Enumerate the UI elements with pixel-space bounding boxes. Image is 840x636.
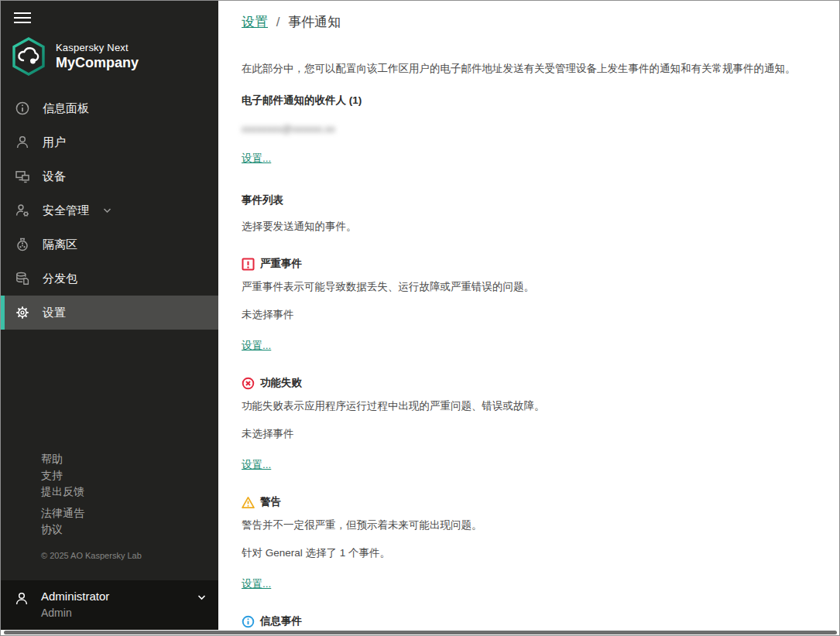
breadcrumb-settings-link[interactable]: 设置 bbox=[242, 15, 268, 29]
sidebar-item-label: 用户 bbox=[43, 135, 66, 150]
sidebar-item-devices[interactable]: 设备 bbox=[1, 159, 218, 193]
user-name: Administrator bbox=[41, 590, 196, 603]
breadcrumb-separator: / bbox=[276, 15, 280, 29]
sidebar-item-distribution-packages[interactable]: 分发包 bbox=[1, 262, 218, 296]
warning-event-status: 针对 General 选择了 1 个事件。 bbox=[242, 546, 827, 560]
user-role: Admin bbox=[41, 607, 196, 619]
dashboard-info-icon bbox=[15, 101, 30, 116]
critical-event-settings-link[interactable]: 设置... bbox=[242, 339, 271, 353]
recipients-settings-link[interactable]: 设置... bbox=[242, 152, 271, 166]
event-section-critical-title: 严重事件 bbox=[242, 257, 827, 271]
recipients-heading: 电子邮件通知的收件人 (1) bbox=[242, 94, 827, 108]
critical-event-description: 严重事件表示可能导致数据丢失、运行故障或严重错误的问题。 bbox=[242, 280, 827, 294]
help-link[interactable]: 帮助 bbox=[41, 451, 218, 467]
functional-failure-icon bbox=[242, 377, 255, 390]
app-window: Kaspersky Next MyCompany 信息面板 用户 bbox=[1, 1, 839, 630]
chevron-down-icon bbox=[197, 594, 206, 600]
critical-event-status: 未选择事件 bbox=[242, 308, 827, 322]
sidebar-nav: 信息面板 用户 设备 bbox=[1, 91, 218, 330]
security-management-icon bbox=[15, 203, 30, 218]
breadcrumb: 设置 / 事件通知 bbox=[242, 13, 827, 31]
devices-icon bbox=[15, 169, 30, 184]
event-list-intro: 选择要发送通知的事件。 bbox=[242, 220, 827, 234]
product-name: Kaspersky Next bbox=[56, 42, 139, 53]
sidebar-item-security-management[interactable]: 安全管理 bbox=[1, 193, 218, 227]
event-section-failure-title: 功能失败 bbox=[242, 376, 827, 390]
sidebar-item-label: 安全管理 bbox=[43, 203, 89, 218]
failure-event-description: 功能失败表示应用程序运行过程中出现的严重问题、错误或故障。 bbox=[242, 399, 827, 413]
company-name: MyCompany bbox=[56, 55, 139, 71]
failure-event-settings-link[interactable]: 设置... bbox=[242, 458, 271, 472]
sidebar-item-dashboard[interactable]: 信息面板 bbox=[1, 91, 218, 125]
app-logo: Kaspersky Next MyCompany bbox=[1, 26, 218, 90]
sidebar-item-label: 设备 bbox=[43, 169, 66, 184]
sidebar-item-label: 信息面板 bbox=[43, 101, 89, 116]
event-section-warning-title: 警告 bbox=[242, 495, 827, 509]
event-section-info-title: 信息事件 bbox=[242, 614, 827, 628]
info-event-icon bbox=[242, 615, 255, 628]
user-avatar-icon bbox=[14, 591, 29, 607]
sidebar-footer-links: 帮助 支持 提出反馈 法律通告 协议 bbox=[1, 451, 218, 538]
copyright-text: © 2025 AO Kaspersky Lab bbox=[1, 538, 218, 580]
quarantine-icon bbox=[15, 237, 30, 252]
intro-text: 在此部分中，您可以配置向该工作区用户的电子邮件地址发送有关受管理设备上发生事件的… bbox=[242, 62, 827, 76]
support-link[interactable]: 支持 bbox=[41, 467, 218, 484]
sidebar-item-label: 设置 bbox=[43, 306, 66, 320]
chevron-down-icon bbox=[103, 207, 111, 214]
horizontal-scrollbar-thumb[interactable] bbox=[4, 631, 837, 634]
warning-event-settings-link[interactable]: 设置... bbox=[242, 577, 271, 591]
kaspersky-hexagon-logo-icon bbox=[11, 37, 46, 76]
sidebar-item-settings[interactable]: 设置 bbox=[1, 296, 218, 330]
warning-icon bbox=[242, 496, 255, 509]
distribution-packages-icon bbox=[15, 271, 30, 286]
hamburger-menu-icon[interactable] bbox=[14, 12, 31, 26]
sidebar: Kaspersky Next MyCompany 信息面板 用户 bbox=[1, 1, 218, 630]
legal-notices-link[interactable]: 法律通告 bbox=[41, 505, 218, 521]
main-content: 设置 / 事件通知 在此部分中，您可以配置向该工作区用户的电子邮件地址发送有关受… bbox=[218, 1, 839, 630]
users-icon bbox=[15, 135, 30, 150]
page-title: 事件通知 bbox=[288, 15, 341, 29]
sidebar-item-quarantine[interactable]: 隔离区 bbox=[1, 227, 218, 262]
failure-event-status: 未选择事件 bbox=[242, 427, 827, 441]
sidebar-item-label: 分发包 bbox=[43, 272, 77, 286]
sidebar-item-users[interactable]: 用户 bbox=[1, 125, 218, 159]
horizontal-scrollbar-track bbox=[1, 630, 839, 635]
sidebar-item-label: 隔离区 bbox=[43, 238, 77, 252]
critical-event-icon bbox=[242, 258, 255, 271]
agreements-link[interactable]: 协议 bbox=[41, 521, 218, 538]
user-account-menu[interactable]: Administrator Admin bbox=[1, 580, 218, 630]
event-list-heading: 事件列表 bbox=[242, 193, 827, 207]
warning-event-description: 警告并不一定很严重，但预示着未来可能出现问题。 bbox=[242, 518, 827, 532]
settings-gear-icon bbox=[15, 305, 30, 320]
recipient-email-redacted: xxxxxxxx@xxxxxx.xx bbox=[242, 123, 335, 135]
feedback-link[interactable]: 提出反馈 bbox=[41, 484, 218, 500]
